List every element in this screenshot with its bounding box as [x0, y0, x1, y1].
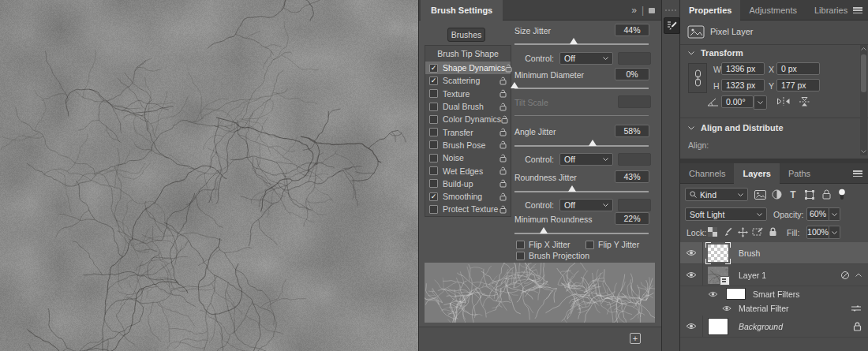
transform-section-title[interactable]: Transform [701, 48, 743, 58]
scroll-up-arrow[interactable] [860, 45, 867, 53]
visibility-toggle[interactable] [680, 264, 703, 286]
flip-x-jitter-checkbox[interactable]: Flip X Jitter [516, 240, 571, 249]
brush-option-checkbox[interactable] [429, 140, 438, 149]
brush-projection-checkbox[interactable]: Brush Projection [516, 251, 589, 260]
checkbox[interactable] [516, 252, 525, 260]
roundness-jitter-value[interactable]: 43% [615, 170, 649, 183]
unlock-icon[interactable] [501, 115, 508, 124]
brush-option-checkbox[interactable] [429, 89, 438, 98]
link-dimensions-button[interactable] [688, 63, 707, 93]
align-section-title[interactable]: Align and Distribute [701, 123, 784, 133]
y-field[interactable]: 177 px [776, 79, 820, 91]
tab-libraries[interactable]: Libraries [806, 0, 856, 21]
opacity-dropdown-button[interactable] [829, 207, 840, 221]
flip-horizontal-icon[interactable] [776, 96, 791, 106]
lock-artboard-button[interactable] [751, 226, 764, 238]
locked-icon[interactable] [853, 322, 862, 331]
brush-option-shape-dynamics[interactable]: ✓Shape Dynamics [425, 62, 511, 74]
layer-name[interactable]: Brush [739, 248, 760, 258]
checkbox[interactable] [586, 241, 594, 249]
layer-row-layer1[interactable]: Layer 1 [680, 264, 868, 286]
brush-option-checkbox[interactable] [429, 103, 438, 111]
layer-name[interactable]: Background [739, 322, 783, 331]
width-field[interactable]: 1396 px [721, 62, 765, 75]
unlock-icon[interactable] [505, 64, 512, 73]
blend-mode-dropdown[interactable]: Soft Light [685, 207, 767, 221]
slider-thumb[interactable] [570, 38, 578, 44]
layer-thumbnail[interactable] [708, 267, 728, 284]
filter-pixel-layers-icon[interactable] [753, 188, 767, 201]
brush-settings-dock-icon[interactable] [664, 17, 680, 34]
brushes-button[interactable]: Brushes [447, 28, 485, 42]
brush-option-checkbox[interactable] [429, 154, 438, 162]
brush-option-build-up[interactable]: Build-up [425, 177, 511, 190]
slider-thumb[interactable] [511, 82, 518, 88]
minimum-diameter-slider[interactable] [514, 81, 649, 89]
angle-jitter-slider[interactable] [514, 139, 649, 147]
document-canvas[interactable] [0, 0, 418, 351]
size-jitter-value[interactable]: 44% [615, 24, 649, 36]
brush-option-smoothing[interactable]: ✓Smoothing [425, 190, 511, 203]
brush-option-texture[interactable]: Texture [425, 88, 511, 100]
unlock-icon[interactable] [499, 154, 507, 162]
layer-row-material-filter[interactable]: Material Filter [680, 301, 868, 316]
brush-option-checkbox[interactable]: ✓ [429, 192, 438, 201]
filtering-toggle[interactable] [835, 188, 849, 201]
panel-menu-icon[interactable] [649, 8, 655, 13]
visibility-toggle[interactable] [720, 301, 734, 316]
brush-option-checkbox[interactable]: ✓ [429, 64, 438, 73]
visibility-toggle[interactable] [705, 286, 720, 301]
brush-option-checkbox[interactable] [429, 179, 438, 188]
brush-option-wet-edges[interactable]: Wet Edges [425, 164, 511, 177]
smart-filters-label[interactable]: Smart Filters [753, 289, 800, 299]
size-control-dropdown[interactable]: Off [559, 52, 613, 65]
flip-y-jitter-checkbox[interactable]: Flip Y Jitter [586, 240, 639, 249]
tab-adjustments[interactable]: Adjustments [740, 0, 806, 21]
slider-thumb[interactable] [589, 140, 597, 146]
slider-thumb[interactable] [540, 227, 548, 233]
brush-option-checkbox[interactable] [429, 166, 438, 175]
angle-field[interactable]: 0.00° [721, 95, 754, 108]
unlock-icon[interactable] [499, 205, 507, 214]
slider-thumb[interactable] [568, 185, 576, 192]
height-field[interactable]: 1323 px [721, 79, 765, 91]
layer-thumbnail[interactable] [708, 318, 728, 335]
angle-control-dropdown[interactable]: Off [559, 153, 613, 166]
unlock-icon[interactable] [499, 179, 507, 188]
lock-transparency-button[interactable] [706, 226, 719, 238]
layer-thumbnail[interactable] [708, 245, 728, 262]
tab-brush-settings[interactable]: Brush Settings [421, 0, 503, 21]
smart-filters-icon[interactable] [840, 271, 850, 280]
minimum-roundness-slider[interactable] [514, 226, 649, 234]
visibility-toggle[interactable] [680, 316, 703, 337]
filter-smart-objects-icon[interactable] [819, 188, 833, 201]
brush-option-protect-texture[interactable]: Protect Texture [425, 203, 511, 215]
brush-option-checkbox[interactable]: ✓ [429, 77, 438, 85]
unlock-icon[interactable] [499, 103, 507, 111]
fill-field[interactable]: 100% [806, 226, 840, 239]
unlock-icon[interactable] [499, 166, 507, 175]
collapse-panel-icon[interactable]: » [631, 5, 637, 16]
tab-paths[interactable]: Paths [780, 163, 819, 184]
tab-layers[interactable]: Layers [734, 163, 779, 184]
unlock-icon[interactable] [499, 89, 507, 98]
brush-option-transfer[interactable]: Transfer [425, 125, 511, 138]
lock-all-button[interactable] [766, 226, 779, 238]
unlock-icon[interactable] [499, 77, 507, 85]
lock-pixels-button[interactable] [721, 226, 734, 238]
unlock-icon[interactable] [499, 128, 507, 136]
size-jitter-slider[interactable] [514, 37, 649, 45]
angle-jitter-value[interactable]: 58% [615, 125, 649, 137]
brush-tip-shape-item[interactable]: Brush Tip Shape [425, 46, 511, 62]
layer-row-background[interactable]: Background [680, 316, 868, 338]
layer-name[interactable]: Layer 1 [739, 271, 766, 280]
unlock-icon[interactable] [499, 140, 507, 149]
brush-option-checkbox[interactable] [429, 128, 438, 136]
checkbox[interactable] [516, 241, 525, 249]
tab-channels[interactable]: Channels [680, 163, 734, 184]
properties-menu-icon[interactable] [853, 7, 862, 13]
filter-shape-layers-icon[interactable] [803, 188, 817, 201]
brush-option-checkbox[interactable] [429, 115, 438, 124]
tab-properties[interactable]: Properties [680, 0, 740, 21]
scrollbar-thumb[interactable] [861, 54, 866, 92]
